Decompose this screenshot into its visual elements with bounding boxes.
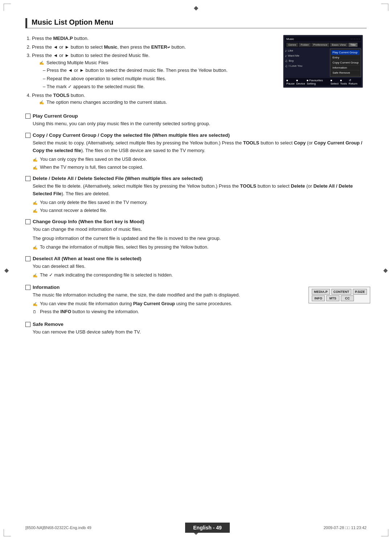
english-label: English - 49 bbox=[193, 525, 222, 531]
remote-btn-content: CONTENT bbox=[331, 289, 352, 295]
checkbox-icon-delete bbox=[25, 176, 30, 181]
copy-note-1-text: You can only copy the files saved on the… bbox=[40, 156, 147, 163]
info-text-col: Information The music file information i… bbox=[25, 279, 301, 316]
info-note-2-text: Press the INFO button to viewing the inf… bbox=[40, 308, 139, 315]
checkbox-icon-info bbox=[25, 285, 30, 290]
heading-text-copy: Copy / Copy Current Group / Copy the sel… bbox=[33, 132, 230, 138]
delete-note-1-text: You can only delete the files saved in t… bbox=[40, 199, 147, 206]
tv-footer-return: ↺ Return bbox=[349, 79, 360, 85]
tv-tab-title: Title bbox=[348, 43, 358, 47]
info-note-1-text: You can view the music file information … bbox=[40, 300, 232, 307]
section-heading-info: Information bbox=[25, 285, 301, 290]
copy-current-bold: Copy Current Group / Copy the selected f… bbox=[33, 140, 362, 153]
note-icon-copy-1: ✍ bbox=[33, 157, 38, 163]
info-desc: The music file information including the… bbox=[33, 291, 301, 299]
delete-bold: Delete bbox=[291, 183, 305, 189]
delete-desc: Select the file to delete. (Alternativel… bbox=[33, 183, 367, 198]
page-footer: [8500-NA]BN68-02322C-Eng.indb 49 English… bbox=[25, 523, 367, 533]
right-diamond: ◆ bbox=[383, 267, 388, 274]
section-change-group: Change Group Info (When the Sort key is … bbox=[25, 219, 367, 250]
deselect-note-text: The ✓ mark indicating the corresponding … bbox=[40, 272, 173, 279]
heading-text-delete: Delete / Delete All / Delete Selected Fi… bbox=[33, 176, 203, 181]
remote-btn-cc: CC bbox=[341, 295, 354, 301]
step4-note-text: The option menu changes according to the… bbox=[46, 99, 276, 106]
remote-btn-info: INFO bbox=[312, 295, 325, 301]
group-desc-2: The group information of the current fil… bbox=[33, 235, 367, 242]
delete-note-1: ✍ You can only delete the files saved in… bbox=[33, 199, 367, 206]
section-heading-safe: Safe Remove bbox=[25, 322, 367, 327]
checkbox-icon-group bbox=[25, 219, 30, 224]
page-title: Music List Option Menu bbox=[25, 18, 367, 28]
section-information: Information The music file information i… bbox=[25, 279, 367, 316]
step3-note-text: Selecting Multiple Music Files bbox=[46, 59, 276, 66]
note-icon-info-2: 🗒 bbox=[33, 309, 38, 315]
steps-column: Press the MEDIA.P button. Press the ◄ or… bbox=[25, 35, 276, 108]
step1-bold: MEDIA.P bbox=[53, 36, 73, 41]
tv-tab-genre: Genre bbox=[286, 43, 298, 47]
step4-note: ✍ The option menu changes according to t… bbox=[39, 99, 276, 106]
checkbox-icon-copy bbox=[25, 133, 30, 138]
tools-bold-copy: TOOLS bbox=[243, 140, 260, 146]
step-2: Press the ◄ or ► button to select Music,… bbox=[32, 44, 276, 51]
deselect-note-1: ✍ The ✓ mark indicating the correspondin… bbox=[33, 272, 367, 279]
music-label-3: Boy bbox=[289, 59, 294, 62]
top-diamond: ◆ bbox=[194, 4, 198, 11]
section-heading-group: Change Group Info (When the Sort key is … bbox=[25, 219, 367, 224]
step-4: Press the TOOLS button. ✍ The option men… bbox=[32, 92, 276, 106]
footer-right: 2009-07-28 □□ 11:23:42 bbox=[323, 525, 367, 530]
section-heading-play: Play Current Group bbox=[25, 113, 367, 119]
tv-tab-preference: Preference bbox=[311, 43, 329, 47]
note-icon-2: ✍ bbox=[39, 99, 45, 106]
info-note-1: ✍ You can view the music file informatio… bbox=[33, 300, 301, 307]
remote-buttons: MEDIA.P CONTENT P.SIZE INFO MTS CC bbox=[309, 287, 370, 303]
tv-menu-play: Play Current Group bbox=[331, 50, 360, 55]
heading-text-deselect: Deselect All (When at least one file is … bbox=[33, 256, 142, 261]
music-label-4: I Love You bbox=[289, 64, 302, 68]
section-copy: Copy / Copy Current Group / Copy the sel… bbox=[25, 132, 367, 171]
remote-btn-psize: P.SIZE bbox=[353, 289, 367, 295]
tv-menu-info: Information bbox=[331, 65, 360, 70]
copy-desc: Select the music to copy. (Alternatively… bbox=[33, 139, 367, 155]
copy-note-2-text: When the TV memory is full, files cannot… bbox=[40, 164, 143, 171]
note-icon-1: ✍ bbox=[39, 60, 45, 66]
checkbox-icon-play bbox=[25, 114, 30, 119]
section-heading-delete: Delete / Delete All / Delete Selected Fi… bbox=[25, 176, 367, 181]
play-current-bold-info: Play Current Group bbox=[133, 301, 175, 306]
tools-bold-del: TOOLS bbox=[240, 183, 256, 189]
step3-sub-3: The mark ✓ appears to the selected music… bbox=[43, 83, 276, 90]
play-desc: Using this menu, you can only play music… bbox=[33, 120, 367, 128]
step2-bold1: Music bbox=[104, 44, 117, 50]
tv-music-list: ♪ Like ♪ Want Me ♫ Boy ♫ bbox=[285, 49, 328, 77]
tv-content: ♪ Like ♪ Want Me ♫ Boy ♫ bbox=[285, 49, 361, 77]
note-icon-grp-1: ✍ bbox=[33, 245, 38, 251]
tv-context-menu: Play Current Group Entry Copy Current Gr… bbox=[330, 49, 361, 77]
info-note-2: 🗒 Press the INFO button to viewing the i… bbox=[33, 308, 301, 315]
tv-music-item-1: ♪ Like bbox=[285, 49, 328, 53]
section-heading-copy: Copy / Copy Current Group / Copy the sel… bbox=[25, 132, 367, 138]
step4-bold: TOOLS bbox=[53, 93, 70, 98]
music-label-1: Like bbox=[288, 49, 293, 52]
tv-top-bar: Music · · · · · · bbox=[285, 37, 361, 41]
heading-text-group: Change Group Info (When the Sort key is … bbox=[33, 219, 144, 224]
step3-sublist: Press the ◄ or ► button to select the de… bbox=[43, 67, 276, 90]
group-note-1-text: To change the information of multiple fi… bbox=[40, 244, 208, 251]
tv-footer-fav: ■ Favourites Setting bbox=[307, 79, 330, 85]
note-icon-del-1: ✍ bbox=[33, 200, 38, 206]
deselect-desc: You can deselect all files. bbox=[33, 263, 367, 270]
delete-note-2-text: You cannot recover a deleted file. bbox=[40, 207, 107, 214]
tv-footer-tools: ■ Tools bbox=[340, 79, 348, 85]
tv-music-item-4: ♫ I Love You bbox=[285, 64, 328, 68]
delete-all-bold: Delete All / Delete Selected File bbox=[33, 183, 353, 196]
section-safe-remove: Safe Remove You can remove the USB devic… bbox=[25, 322, 367, 336]
music-icon-4: ♫ bbox=[285, 64, 288, 68]
step3-note: ✍ Selecting Multiple Music Files bbox=[39, 59, 276, 66]
copy-bold: Copy bbox=[294, 140, 306, 146]
tv-menu-copy: Copy Current Group bbox=[331, 60, 360, 65]
section-heading-deselect: Deselect All (When at least one file is … bbox=[25, 256, 367, 261]
section-delete: Delete / Delete All / Delete Selected Fi… bbox=[25, 176, 367, 214]
step-3: Press the ◄ or ► button to select the de… bbox=[32, 52, 276, 90]
section-play-current-group: Play Current Group Using this menu, you … bbox=[25, 113, 367, 128]
section-deselect: Deselect All (When at least one file is … bbox=[25, 256, 367, 279]
info-bold: INFO bbox=[60, 309, 71, 314]
tv-bottom-bar: ■ Pause ■ Device ■ Favourites Setting ■ … bbox=[285, 78, 361, 86]
